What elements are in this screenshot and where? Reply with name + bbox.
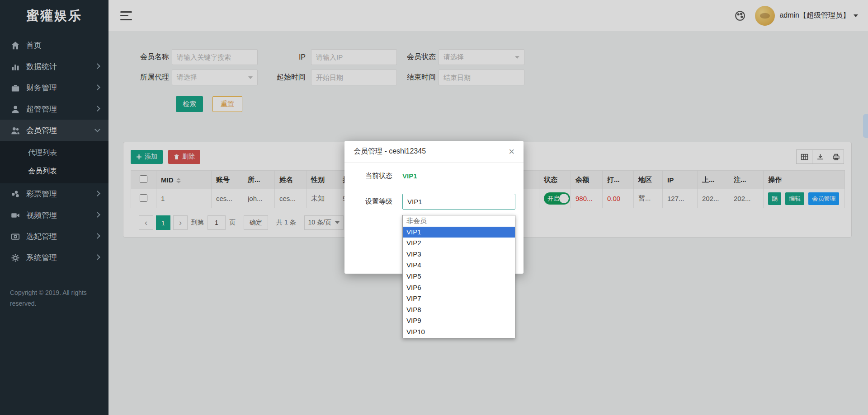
level-option-6[interactable]: VIP6 [403, 282, 515, 294]
level-option-0[interactable]: 非会员 [403, 215, 515, 227]
set-level-label: 设置等级 [365, 197, 402, 206]
close-icon[interactable]: × [509, 147, 514, 157]
level-option-10[interactable]: VIP10 [403, 326, 515, 338]
current-status-row: 当前状态 VIP1 [344, 172, 524, 180]
level-option-8[interactable]: VIP8 [403, 304, 515, 316]
level-select[interactable]: VIP1 [402, 194, 515, 210]
modal-header: 会员管理 - ceshi12345 × [344, 141, 524, 163]
modal-title: 会员管理 - ceshi12345 [354, 147, 426, 156]
current-status-label: 当前状态 [365, 172, 402, 180]
level-select-value: VIP1 [407, 198, 422, 205]
set-level-row: 设置等级 VIP1 [344, 194, 524, 210]
level-dropdown: 非会员 VIP1 VIP2 VIP3 VIP4 VIP5 VIP6 VIP7 V… [402, 215, 515, 338]
level-option-3[interactable]: VIP3 [403, 249, 515, 260]
page: 蜜獾娱乐 首页 数据统计 财务管理 [0, 0, 868, 415]
current-status-value: VIP1 [402, 172, 417, 180]
level-option-2[interactable]: VIP2 [403, 238, 515, 249]
level-option-4[interactable]: VIP4 [403, 260, 515, 271]
level-option-9[interactable]: VIP9 [403, 315, 515, 326]
level-option-7[interactable]: VIP7 [403, 293, 515, 304]
level-option-1[interactable]: VIP1 [403, 227, 515, 238]
level-option-5[interactable]: VIP5 [403, 271, 515, 282]
